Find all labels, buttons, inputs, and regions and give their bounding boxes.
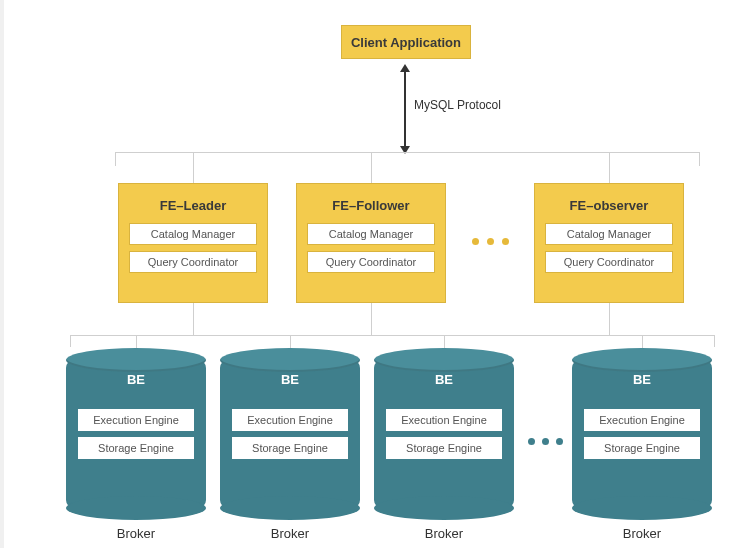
broker-label: Broker bbox=[374, 526, 514, 541]
fe-connector bbox=[371, 152, 372, 183]
mysql-protocol-label: MySQL Protocol bbox=[414, 98, 501, 112]
fe-edge-tick bbox=[699, 152, 700, 166]
be-execution-engine: Execution Engine bbox=[78, 409, 194, 431]
fe-query-coordinator: Query Coordinator bbox=[129, 251, 257, 273]
architecture-diagram: Client Application MySQL Protocol FE–Lea… bbox=[0, 0, 730, 548]
fe-distribution-line bbox=[115, 152, 700, 153]
broker-label: Broker bbox=[572, 526, 712, 541]
fe-observer-box: FE–observer Catalog Manager Query Coordi… bbox=[534, 183, 684, 303]
be-title: BE bbox=[66, 360, 206, 387]
fe-title: FE–observer bbox=[570, 198, 649, 213]
be-storage-engine: Storage Engine bbox=[232, 437, 348, 459]
be-node: BE Execution Engine Storage Engine Broke… bbox=[572, 360, 712, 541]
be-cylinder-icon: BE Execution Engine Storage Engine bbox=[374, 360, 514, 508]
fe-query-coordinator: Query Coordinator bbox=[307, 251, 435, 273]
be-cylinder-icon: BE Execution Engine Storage Engine bbox=[66, 360, 206, 508]
be-storage-engine: Storage Engine bbox=[386, 437, 502, 459]
fe-catalog-manager: Catalog Manager bbox=[129, 223, 257, 245]
fe-connector bbox=[193, 152, 194, 183]
fe-title: FE–Follower bbox=[332, 198, 409, 213]
client-application-box: Client Application bbox=[341, 25, 471, 59]
fe-be-connector bbox=[609, 303, 610, 335]
be-edge-tick bbox=[70, 335, 71, 347]
fe-ellipsis-icon bbox=[472, 238, 509, 245]
be-ellipsis-icon bbox=[528, 438, 563, 445]
be-execution-engine: Execution Engine bbox=[584, 409, 700, 431]
fe-title: FE–Leader bbox=[160, 198, 226, 213]
be-execution-engine: Execution Engine bbox=[232, 409, 348, 431]
page-edge-artifact bbox=[0, 0, 4, 548]
fe-query-coordinator: Query Coordinator bbox=[545, 251, 673, 273]
be-storage-engine: Storage Engine bbox=[584, 437, 700, 459]
be-distribution-line bbox=[70, 335, 715, 336]
fe-catalog-manager: Catalog Manager bbox=[307, 223, 435, 245]
be-node: BE Execution Engine Storage Engine Broke… bbox=[220, 360, 360, 541]
be-cylinder-icon: BE Execution Engine Storage Engine bbox=[572, 360, 712, 508]
be-title: BE bbox=[374, 360, 514, 387]
be-title: BE bbox=[572, 360, 712, 387]
be-node: BE Execution Engine Storage Engine Broke… bbox=[66, 360, 206, 541]
be-storage-engine: Storage Engine bbox=[78, 437, 194, 459]
fe-catalog-manager: Catalog Manager bbox=[545, 223, 673, 245]
be-execution-engine: Execution Engine bbox=[386, 409, 502, 431]
be-cylinder-icon: BE Execution Engine Storage Engine bbox=[220, 360, 360, 508]
fe-be-connector bbox=[193, 303, 194, 335]
fe-edge-tick bbox=[115, 152, 116, 166]
fe-follower-box: FE–Follower Catalog Manager Query Coordi… bbox=[296, 183, 446, 303]
client-application-label: Client Application bbox=[351, 35, 461, 50]
mysql-protocol-arrow bbox=[404, 66, 406, 152]
fe-connector bbox=[609, 152, 610, 183]
fe-leader-box: FE–Leader Catalog Manager Query Coordina… bbox=[118, 183, 268, 303]
be-node: BE Execution Engine Storage Engine Broke… bbox=[374, 360, 514, 541]
be-edge-tick bbox=[714, 335, 715, 347]
be-title: BE bbox=[220, 360, 360, 387]
fe-be-connector bbox=[371, 303, 372, 335]
broker-label: Broker bbox=[66, 526, 206, 541]
broker-label: Broker bbox=[220, 526, 360, 541]
